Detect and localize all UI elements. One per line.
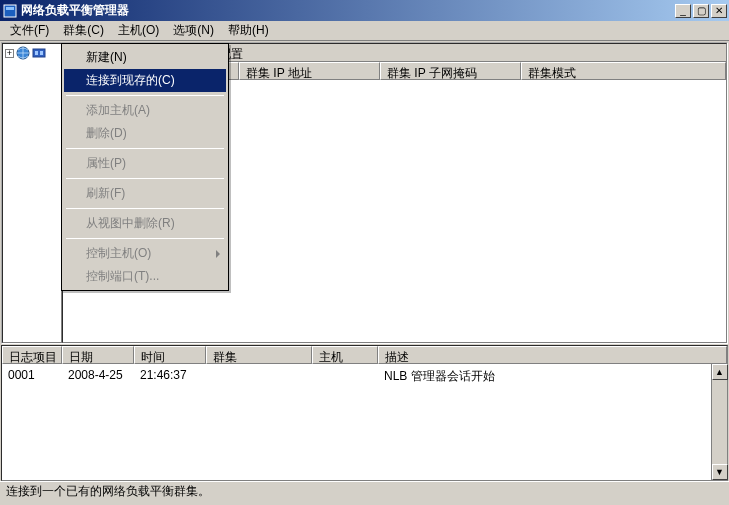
scroll-down-icon[interactable]: ▼ [712,464,728,480]
menu-control-ports[interactable]: 控制端口(T)... [64,265,226,288]
log-pane: 日志项目 日期 时间 群集 主机 描述 0001 2008-4-25 21:46… [1,345,728,481]
col-log-desc[interactable]: 描述 [378,346,727,364]
menu-separator [66,178,224,179]
workspace: + 新建(N) 连接到现存的(C) 添加主机(A) 删除(D) 属性(P) 刷新… [1,42,728,344]
menu-remove-from-view[interactable]: 从视图中删除(R) [64,212,226,235]
statusbar: 连接到一个已有的网络负载平衡群集。 [0,481,729,501]
log-cell-cluster [206,368,312,385]
menu-new-cluster[interactable]: 新建(N) [64,46,226,69]
log-cell-item: 0001 [2,368,62,385]
col-cluster-mask[interactable]: 群集 IP 子网掩码 [380,62,521,80]
svg-rect-4 [35,51,38,55]
col-cluster-mode[interactable]: 群集模式 [521,62,726,80]
menu-separator [66,238,224,239]
col-log-cluster[interactable]: 群集 [206,346,312,364]
globe-icon [16,46,30,60]
log-cell-date: 2008-4-25 [62,368,134,385]
col-cluster-ip[interactable]: 群集 IP 地址 [239,62,380,80]
svg-rect-1 [6,7,14,10]
menu-refresh[interactable]: 刷新(F) [64,182,226,205]
menu-control-hosts[interactable]: 控制主机(O) [64,242,226,265]
app-icon [2,3,18,19]
col-log-host[interactable]: 主机 [312,346,378,364]
menu-connect-existing[interactable]: 连接到现存的(C) [64,69,226,92]
status-text: 连接到一个已有的网络负载平衡群集。 [6,483,210,500]
svg-rect-5 [40,51,43,55]
menubar: 文件(F) 群集(C) 主机(O) 选项(N) 帮助(H) [0,21,729,41]
window-title: 网络负载平衡管理器 [21,2,673,19]
log-body: 0001 2008-4-25 21:46:37 NLB 管理器会话开始 [2,364,727,480]
menu-file[interactable]: 文件(F) [4,20,55,41]
svg-rect-0 [4,5,16,17]
menu-add-host[interactable]: 添加主机(A) [64,99,226,122]
scroll-up-icon[interactable]: ▲ [712,364,728,380]
chevron-right-icon [216,250,220,258]
menu-separator [66,148,224,149]
log-column-headers: 日志项目 日期 时间 群集 主机 描述 [2,346,727,364]
menu-help[interactable]: 帮助(H) [222,20,275,41]
col-log-date[interactable]: 日期 [62,346,134,364]
window-controls: _ ▢ ✕ [673,4,727,18]
cluster-context-menu: 新建(N) 连接到现存的(C) 添加主机(A) 删除(D) 属性(P) 刷新(F… [61,43,229,291]
maximize-button[interactable]: ▢ [693,4,709,18]
col-log-time[interactable]: 时间 [134,346,206,364]
svg-rect-3 [33,49,45,57]
menu-separator [66,95,224,96]
menu-host[interactable]: 主机(O) [112,20,165,41]
nlb-node-icon [32,46,46,60]
menu-separator [66,208,224,209]
menu-options[interactable]: 选项(N) [167,20,220,41]
menu-delete[interactable]: 删除(D) [64,122,226,145]
minimize-button[interactable]: _ [675,4,691,18]
titlebar: 网络负载平衡管理器 _ ▢ ✕ [0,0,729,21]
menu-properties[interactable]: 属性(P) [64,152,226,175]
log-cell-host [312,368,378,385]
log-cell-time: 21:46:37 [134,368,206,385]
menu-control-hosts-label: 控制主机(O) [86,246,151,260]
tree-root-row[interactable]: + [5,46,59,60]
log-row[interactable]: 0001 2008-4-25 21:46:37 NLB 管理器会话开始 [2,364,727,385]
col-log-item[interactable]: 日志项目 [2,346,62,364]
log-scrollbar[interactable]: ▲ ▼ [711,364,727,480]
expand-icon[interactable]: + [5,49,14,58]
log-cell-desc: NLB 管理器会话开始 [378,368,727,385]
menu-cluster[interactable]: 群集(C) [57,20,110,41]
tree-pane: + [2,43,62,343]
close-button[interactable]: ✕ [711,4,727,18]
